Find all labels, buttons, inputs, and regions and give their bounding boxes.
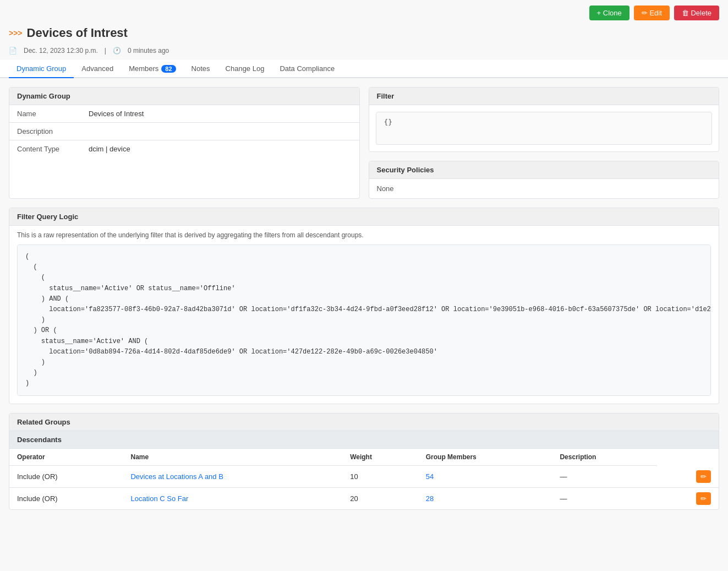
dynamic-group-card: Dynamic Group NameDevices of IntrestDesc… [9, 87, 360, 199]
group-members-link[interactable]: 54 [426, 472, 434, 481]
descendants-header: Descendants [9, 431, 719, 449]
table-header: Weight [342, 449, 418, 466]
table-header: Group Members [418, 449, 552, 466]
right-col: Filter {} Security Policies None [369, 87, 720, 199]
clone-button[interactable]: + Clone [589, 6, 630, 20]
table-row: Include (OR)Devices at Locations A and B… [9, 466, 719, 488]
filter-card-header: Filter [369, 88, 719, 105]
group-members-link[interactable]: 28 [426, 494, 434, 503]
meta-row: 📄 Dec. 12, 2023 12:30 p.m. | 🕐 0 minutes… [0, 45, 728, 60]
dynamic-group-row: Description [9, 123, 359, 140]
tab-change-log[interactable]: Change Log [218, 60, 272, 78]
dynamic-group-row: NameDevices of Intrest [9, 105, 359, 123]
main-content: Dynamic Group NameDevices of IntrestDesc… [0, 78, 728, 519]
top-bar: + Clone ✏ Edit 🗑 Delete [0, 0, 728, 26]
tab-dynamic-group[interactable]: Dynamic Group [9, 60, 74, 78]
time-icon: 🕐 [113, 47, 121, 55]
row-edit-button[interactable]: ✏ [696, 492, 711, 505]
tab-advanced[interactable]: Advanced [74, 60, 121, 78]
row-edit-button[interactable]: ✏ [696, 470, 711, 483]
related-groups-header: Related Groups [9, 414, 719, 431]
related-groups-card: Related Groups Descendants OperatorNameW… [9, 413, 719, 510]
dynamic-group-row: Content Typedcim | device [9, 140, 359, 158]
breadcrumb-icon: >>> [9, 29, 23, 37]
table-header: Description [552, 449, 657, 466]
top-panels: Dynamic Group NameDevices of IntrestDesc… [9, 87, 719, 199]
filter-query-header: Filter Query Logic [9, 208, 719, 226]
filter-card: Filter {} [369, 87, 720, 152]
tab-members[interactable]: Members82 [121, 60, 183, 78]
tabs-bar: Dynamic GroupAdvancedMembers82NotesChang… [0, 60, 728, 78]
filter-query-code: ( ( ( status__name='Active' OR status__n… [17, 244, 711, 396]
filter-query-card: Filter Query Logic This is a raw represe… [9, 208, 719, 404]
filter-query-desc: This is a raw representation of the unde… [9, 226, 719, 244]
delete-button[interactable]: 🗑 Delete [674, 6, 719, 20]
descendants-section: Descendants OperatorNameWeightGroup Memb… [9, 431, 719, 509]
table-row: Include (OR)Location C So Far2028—✏ [9, 487, 719, 509]
table-header: Name [123, 449, 342, 466]
security-policies-header: Security Policies [369, 161, 719, 179]
group-name-link[interactable]: Location C So Far [130, 494, 188, 503]
date-icon: 📄 [9, 47, 17, 55]
page-header: >>> Devices of Intrest [0, 26, 728, 45]
tab-members-badge: 82 [161, 65, 176, 73]
group-name-link[interactable]: Devices at Locations A and B [130, 472, 223, 481]
table-header: Operator [9, 449, 123, 466]
tab-notes[interactable]: Notes [184, 60, 218, 78]
filter-value: {} [376, 112, 713, 145]
tab-data-compliance[interactable]: Data Compliance [272, 60, 342, 78]
page-title: Devices of Intrest [27, 26, 128, 40]
meta-time-ago: 0 minutes ago [128, 47, 169, 55]
security-policies-value: None [369, 179, 719, 198]
meta-date: Dec. 12, 2023 12:30 p.m. [24, 47, 98, 55]
descendants-table: OperatorNameWeightGroup MembersDescripti… [9, 449, 719, 509]
dynamic-group-table: NameDevices of IntrestDescriptionContent… [9, 105, 359, 157]
dynamic-group-card-header: Dynamic Group [9, 88, 359, 105]
security-policies-card: Security Policies None [369, 161, 720, 199]
edit-button[interactable]: ✏ Edit [634, 6, 670, 20]
